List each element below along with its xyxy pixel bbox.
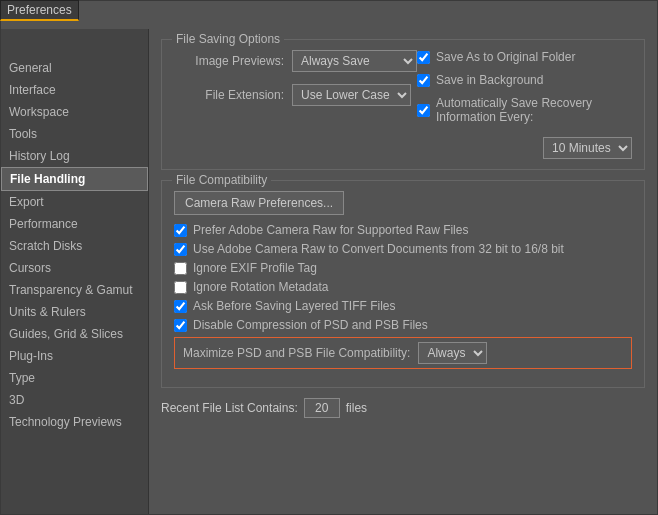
sidebar: General Interface Workspace Tools Histor… (1, 29, 149, 514)
convert-raw-row: Use Adobe Camera Raw to Convert Document… (174, 242, 632, 256)
ignore-exif-label: Ignore EXIF Profile Tag (193, 261, 317, 275)
image-previews-row: Image Previews: Always Save Never Save A… (174, 50, 417, 72)
ignore-exif-checkbox[interactable] (174, 262, 187, 275)
ignore-exif-row: Ignore EXIF Profile Tag (174, 261, 632, 275)
ask-tiff-checkbox[interactable] (174, 300, 187, 313)
sidebar-item-file-handling[interactable]: File Handling (1, 167, 148, 191)
sidebar-item-cursors[interactable]: Cursors (1, 257, 148, 279)
right-checks-col: Save As to Original Folder Save in Backg… (417, 50, 632, 159)
recent-files-row: Recent File List Contains: files (161, 398, 645, 418)
maximize-select[interactable]: Always Never Ask (418, 342, 487, 364)
image-previews-label: Image Previews: (174, 54, 284, 68)
file-saving-group: File Saving Options Image Previews: Alwa… (161, 39, 645, 170)
file-extension-select[interactable]: Use Lower Case Use Upper Case (292, 84, 411, 106)
save-as-original-row: Save As to Original Folder (417, 50, 632, 64)
save-as-original-label: Save As to Original Folder (436, 50, 575, 64)
ignore-rotation-row: Ignore Rotation Metadata (174, 280, 632, 294)
file-extension-row: File Extension: Use Lower Case Use Upper… (174, 84, 417, 106)
recent-files-suffix: files (346, 401, 367, 415)
auto-save-checkbox[interactable] (417, 104, 430, 117)
sidebar-item-performance[interactable]: Performance (1, 213, 148, 235)
file-saving-top: Image Previews: Always Save Never Save A… (174, 50, 632, 159)
convert-raw-label: Use Adobe Camera Raw to Convert Document… (193, 242, 564, 256)
sidebar-item-scratch-disks[interactable]: Scratch Disks (1, 235, 148, 257)
image-previews-select[interactable]: Always Save Never Save Ask When Saving (292, 50, 417, 72)
sidebar-item-3d[interactable]: 3D (1, 389, 148, 411)
sidebar-item-transparency-gamut[interactable]: Transparency & Gamut (1, 279, 148, 301)
file-compatibility-label: File Compatibility (172, 173, 271, 187)
prefer-raw-row: Prefer Adobe Camera Raw for Supported Ra… (174, 223, 632, 237)
sidebar-item-history-log[interactable]: History Log (1, 145, 148, 167)
recent-files-input[interactable] (304, 398, 340, 418)
minutes-row: 5 Minutes 10 Minutes 15 Minutes 30 Minut… (417, 137, 632, 159)
maximize-label: Maximize PSD and PSB File Compatibility: (183, 346, 410, 360)
camera-raw-button[interactable]: Camera Raw Preferences... (174, 191, 344, 215)
ignore-rotation-checkbox[interactable] (174, 281, 187, 294)
file-compatibility-group: File Compatibility Camera Raw Preference… (161, 180, 645, 388)
sidebar-item-export[interactable]: Export (1, 191, 148, 213)
preferences-title: Preferences (0, 0, 79, 21)
sidebar-item-interface[interactable]: Interface (1, 79, 148, 101)
sidebar-item-plug-ins[interactable]: Plug-Ins (1, 345, 148, 367)
disable-comp-checkbox[interactable] (174, 319, 187, 332)
save-as-original-checkbox[interactable] (417, 51, 430, 64)
prefer-raw-label: Prefer Adobe Camera Raw for Supported Ra… (193, 223, 468, 237)
auto-save-label: Automatically Save Recovery Information … (436, 96, 632, 124)
save-in-background-label: Save in Background (436, 73, 543, 87)
prefer-raw-checkbox[interactable] (174, 224, 187, 237)
ask-tiff-row: Ask Before Saving Layered TIFF Files (174, 299, 632, 313)
save-in-background-row: Save in Background (417, 73, 632, 87)
main-content: File Saving Options Image Previews: Alwa… (149, 29, 657, 514)
auto-save-row: Automatically Save Recovery Information … (417, 96, 632, 124)
sidebar-item-tools[interactable]: Tools (1, 123, 148, 145)
convert-raw-checkbox[interactable] (174, 243, 187, 256)
file-extension-label: File Extension: (174, 88, 284, 102)
left-form: Image Previews: Always Save Never Save A… (174, 50, 417, 112)
disable-comp-label: Disable Compression of PSD and PSB Files (193, 318, 428, 332)
ask-tiff-label: Ask Before Saving Layered TIFF Files (193, 299, 396, 313)
disable-comp-row: Disable Compression of PSD and PSB Files (174, 318, 632, 332)
sidebar-item-type[interactable]: Type (1, 367, 148, 389)
save-in-background-checkbox[interactable] (417, 74, 430, 87)
file-saving-label: File Saving Options (172, 32, 284, 46)
sidebar-item-guides-grid[interactable]: Guides, Grid & Slices (1, 323, 148, 345)
sidebar-item-general[interactable]: General (1, 57, 148, 79)
sidebar-item-workspace[interactable]: Workspace (1, 101, 148, 123)
sidebar-item-tech-previews[interactable]: Technology Previews (1, 411, 148, 433)
minutes-select[interactable]: 5 Minutes 10 Minutes 15 Minutes 30 Minut… (543, 137, 632, 159)
recent-files-label: Recent File List Contains: (161, 401, 298, 415)
maximize-row: Maximize PSD and PSB File Compatibility:… (174, 337, 632, 369)
sidebar-item-units-rulers[interactable]: Units & Rulers (1, 301, 148, 323)
ignore-rotation-label: Ignore Rotation Metadata (193, 280, 328, 294)
